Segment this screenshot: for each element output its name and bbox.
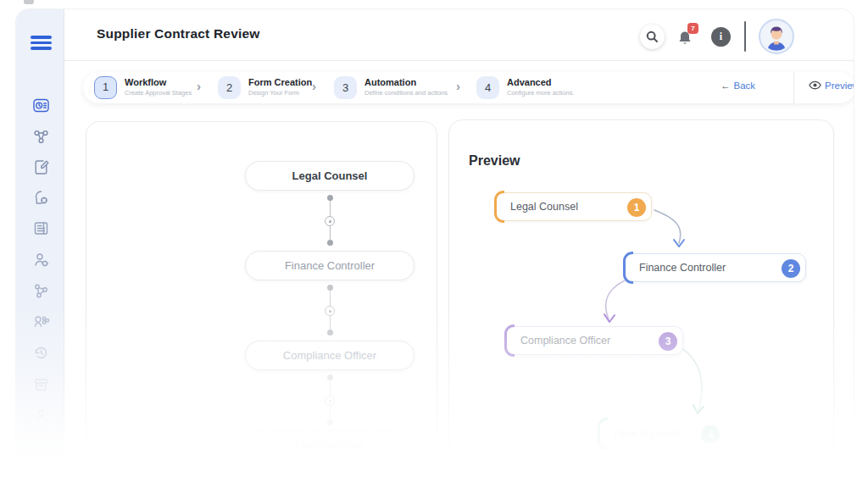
stage-connector bbox=[330, 286, 331, 334]
hamburger-menu-icon[interactable] bbox=[31, 36, 52, 50]
back-arrow-icon: ← bbox=[721, 80, 731, 91]
eye-icon bbox=[809, 80, 821, 90]
chevron-right-icon: › bbox=[197, 79, 201, 93]
stepper-bar: 1 Workflow Create Approval Stages › 2 Fo… bbox=[83, 72, 854, 103]
reports-icon[interactable] bbox=[32, 219, 50, 237]
chevron-right-icon: › bbox=[456, 79, 460, 93]
order-badge: 1 bbox=[627, 198, 646, 217]
page-title: Supplier Contract Review bbox=[97, 26, 260, 42]
workflow-icon[interactable] bbox=[32, 128, 50, 146]
card-accent bbox=[504, 324, 515, 357]
modules-icon[interactable] bbox=[32, 313, 50, 330]
form-editor-icon[interactable] bbox=[32, 158, 50, 176]
archive-icon[interactable] bbox=[32, 375, 50, 393]
preview-card-final-approval[interactable]: Final Approval 4 bbox=[598, 419, 726, 448]
order-badge: 4 bbox=[701, 425, 720, 444]
stage-connector bbox=[330, 197, 331, 244]
preview-button[interactable]: Preview bbox=[809, 80, 854, 91]
step-label: Form Creation bbox=[248, 77, 312, 87]
step-label: Workflow bbox=[125, 77, 166, 87]
header-divider bbox=[744, 21, 746, 52]
users-icon[interactable] bbox=[32, 407, 50, 424]
user-settings-icon[interactable] bbox=[32, 251, 50, 269]
step-number: 3 bbox=[334, 76, 357, 99]
workflow-builder-panel: Legal Counsel Finance Controller Complia… bbox=[86, 121, 437, 464]
preview-panel bbox=[448, 119, 834, 458]
app-window: Supplier Contract Review 7 i 1 Workflow … bbox=[15, 8, 854, 464]
step-number: 1 bbox=[94, 76, 117, 99]
avatar[interactable] bbox=[759, 19, 794, 54]
stage-node-compliance-officer[interactable]: Compliance Officer bbox=[245, 341, 415, 370]
approvals-dashboard-icon[interactable] bbox=[32, 97, 50, 114]
history-icon[interactable] bbox=[32, 344, 50, 362]
back-button[interactable]: ←Back bbox=[721, 80, 755, 91]
stepper-divider bbox=[793, 72, 794, 103]
notification-count-badge: 7 bbox=[687, 23, 698, 34]
header-rule bbox=[64, 60, 854, 61]
step-label: Advanced bbox=[507, 77, 552, 87]
step-label: Automation bbox=[364, 77, 416, 87]
preview-card-compliance-officer[interactable]: Compliance Officer 3 bbox=[505, 326, 683, 355]
step-number: 4 bbox=[476, 76, 499, 99]
order-badge: 2 bbox=[782, 259, 800, 278]
card-accent bbox=[598, 418, 608, 450]
preview-card-finance-controller[interactable]: Finance Controller 2 bbox=[624, 253, 806, 282]
stage-node-legal-counsel[interactable]: Legal Counsel bbox=[245, 161, 415, 191]
automation-icon[interactable] bbox=[32, 189, 50, 207]
header: Supplier Contract Review 7 i bbox=[64, 9, 854, 60]
step-sublabel: Configure more actions. bbox=[507, 89, 575, 97]
preview-card-legal-counsel[interactable]: Legal Counsel 1 bbox=[495, 192, 652, 221]
step-number: 2 bbox=[218, 76, 241, 99]
stage-node-final-approval[interactable]: Final Approval bbox=[245, 430, 415, 460]
chevron-right-icon: › bbox=[312, 79, 316, 93]
sidebar bbox=[16, 9, 64, 464]
step-sublabel: Define conditions and actions bbox=[364, 89, 448, 97]
step-sublabel: Design Your Form bbox=[248, 89, 299, 97]
preview-title: Preview bbox=[469, 153, 520, 169]
stage-connector bbox=[330, 376, 331, 424]
order-badge: 3 bbox=[659, 332, 677, 351]
integrations-icon[interactable] bbox=[32, 282, 50, 300]
step-sublabel: Create Approval Stages bbox=[125, 89, 192, 97]
card-accent bbox=[623, 252, 633, 284]
search-icon[interactable] bbox=[640, 25, 665, 49]
card-accent bbox=[494, 191, 504, 223]
stage-node-finance-controller[interactable]: Finance Controller bbox=[245, 251, 415, 280]
info-icon[interactable]: i bbox=[711, 27, 731, 47]
top-notch bbox=[24, 0, 34, 4]
